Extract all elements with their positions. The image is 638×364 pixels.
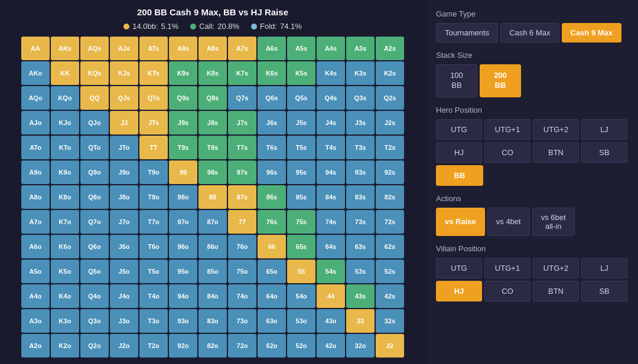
grid-cell-1-12[interactable]: K2s — [376, 61, 404, 85]
grid-cell-5-9[interactable]: 95s — [287, 160, 315, 184]
hero-btn-lj[interactable]: LJ — [581, 119, 627, 140]
grid-cell-3-1[interactable]: KJo — [51, 111, 79, 135]
hero-btn-utg[interactable]: UTG — [436, 119, 482, 140]
grid-cell-6-0[interactable]: A8o — [21, 185, 50, 209]
grid-cell-8-11[interactable]: 63s — [346, 235, 375, 258]
grid-cell-7-9[interactable]: 75s — [287, 210, 315, 234]
grid-cell-12-5[interactable]: 92o — [169, 334, 197, 358]
btn-vs-raise[interactable]: vs Raise — [436, 208, 485, 236]
grid-cell-1-5[interactable]: K9s — [169, 61, 197, 85]
grid-cell-6-4[interactable]: T8o — [139, 185, 168, 209]
hero-btn-utg1[interactable]: UTG+1 — [484, 119, 530, 140]
grid-cell-4-12[interactable]: T2s — [376, 136, 404, 159]
grid-cell-7-12[interactable]: 72s — [376, 210, 404, 234]
grid-cell-12-0[interactable]: A2o — [21, 334, 50, 358]
grid-cell-9-6[interactable]: 85o — [198, 260, 227, 283]
grid-cell-5-12[interactable]: 92s — [376, 160, 404, 184]
grid-cell-7-4[interactable]: T7o — [139, 210, 168, 234]
grid-cell-8-0[interactable]: A6o — [21, 235, 50, 258]
grid-cell-9-2[interactable]: Q5o — [80, 260, 109, 283]
grid-cell-3-4[interactable]: JTs — [139, 111, 168, 135]
villain-btn-lj[interactable]: LJ — [581, 258, 627, 278]
grid-cell-1-10[interactable]: K4s — [317, 61, 345, 85]
grid-cell-7-0[interactable]: A7o — [21, 210, 50, 234]
grid-cell-12-9[interactable]: 52o — [287, 334, 315, 358]
grid-cell-4-8[interactable]: T6s — [258, 136, 286, 159]
grid-cell-6-12[interactable]: 82s — [376, 185, 404, 209]
grid-cell-11-5[interactable]: 93o — [169, 309, 197, 333]
villain-btn-utg1[interactable]: UTG+1 — [484, 258, 530, 278]
btn-vs-6bet[interactable]: vs 6bet all-in — [532, 208, 575, 236]
grid-cell-11-2[interactable]: Q3o — [80, 309, 109, 333]
grid-cell-4-0[interactable]: ATo — [21, 136, 50, 159]
grid-cell-9-7[interactable]: 75o — [228, 260, 256, 283]
grid-cell-10-4[interactable]: T4o — [139, 284, 168, 308]
grid-cell-8-12[interactable]: 62s — [376, 235, 404, 258]
grid-cell-5-4[interactable]: T9o — [139, 160, 168, 184]
grid-cell-3-7[interactable]: J7s — [228, 111, 256, 135]
grid-cell-9-3[interactable]: J5o — [110, 260, 138, 283]
grid-cell-5-1[interactable]: K9o — [51, 160, 79, 184]
grid-cell-2-3[interactable]: QJs — [110, 86, 138, 110]
grid-cell-1-8[interactable]: K6s — [258, 61, 286, 85]
grid-cell-11-12[interactable]: 32s — [376, 309, 404, 333]
grid-cell-3-6[interactable]: J8s — [198, 111, 227, 135]
grid-cell-7-10[interactable]: 74s — [317, 210, 345, 234]
grid-cell-11-7[interactable]: 73o — [228, 309, 256, 333]
grid-cell-7-6[interactable]: 87o — [198, 210, 227, 234]
grid-cell-11-3[interactable]: J3o — [110, 309, 138, 333]
grid-cell-2-7[interactable]: Q7s — [228, 86, 256, 110]
grid-cell-0-7[interactable]: A7s — [228, 37, 256, 60]
villain-btn-btn[interactable]: BTN — [533, 281, 579, 301]
grid-cell-5-0[interactable]: A9o — [21, 160, 50, 184]
grid-cell-6-7[interactable]: 87s — [228, 185, 256, 209]
grid-cell-7-2[interactable]: Q7o — [80, 210, 109, 234]
grid-cell-3-0[interactable]: AJo — [21, 111, 50, 135]
grid-cell-2-5[interactable]: Q9s — [169, 86, 197, 110]
grid-cell-12-4[interactable]: T2o — [139, 334, 168, 358]
grid-cell-10-2[interactable]: Q4o — [80, 284, 109, 308]
grid-cell-12-6[interactable]: 82o — [198, 334, 227, 358]
villain-btn-co[interactable]: CO — [484, 281, 530, 301]
btn-200bb[interactable]: 200BB — [480, 64, 521, 97]
grid-cell-2-6[interactable]: Q8s — [198, 86, 227, 110]
grid-cell-7-11[interactable]: 73s — [346, 210, 375, 234]
grid-cell-4-9[interactable]: T5s — [287, 136, 315, 159]
hero-btn-btn[interactable]: BTN — [533, 142, 579, 163]
grid-cell-11-6[interactable]: 83o — [198, 309, 227, 333]
grid-cell-2-10[interactable]: Q4s — [317, 86, 345, 110]
grid-cell-9-9[interactable]: 55 — [287, 260, 315, 283]
grid-cell-2-4[interactable]: QTs — [139, 86, 168, 110]
grid-cell-3-3[interactable]: JJ — [110, 111, 138, 135]
grid-cell-3-11[interactable]: J3s — [346, 111, 375, 135]
grid-cell-5-3[interactable]: J9o — [110, 160, 138, 184]
grid-cell-11-4[interactable]: T3o — [139, 309, 168, 333]
grid-cell-0-11[interactable]: A3s — [346, 37, 375, 60]
grid-cell-12-3[interactable]: J2o — [110, 334, 138, 358]
grid-cell-5-5[interactable]: 99 — [169, 160, 197, 184]
grid-cell-5-11[interactable]: 93s — [346, 160, 375, 184]
grid-cell-9-4[interactable]: T5o — [139, 260, 168, 283]
grid-cell-8-2[interactable]: Q6o — [80, 235, 109, 258]
grid-cell-12-11[interactable]: 32o — [346, 334, 375, 358]
grid-cell-3-2[interactable]: QJo — [80, 111, 109, 135]
grid-cell-10-12[interactable]: 42s — [376, 284, 404, 308]
grid-cell-2-12[interactable]: Q2s — [376, 86, 404, 110]
grid-cell-0-5[interactable]: A9s — [169, 37, 197, 60]
grid-cell-1-4[interactable]: KTs — [139, 61, 168, 85]
grid-cell-5-2[interactable]: Q9o — [80, 160, 109, 184]
grid-cell-10-3[interactable]: J4o — [110, 284, 138, 308]
grid-cell-8-9[interactable]: 65s — [287, 235, 315, 258]
grid-cell-12-7[interactable]: 72o — [228, 334, 256, 358]
grid-cell-4-1[interactable]: KTo — [51, 136, 79, 159]
grid-cell-10-0[interactable]: A4o — [21, 284, 50, 308]
grid-cell-9-1[interactable]: K5o — [51, 260, 79, 283]
grid-cell-4-10[interactable]: T4s — [317, 136, 345, 159]
grid-cell-2-2[interactable]: QQ — [80, 86, 109, 110]
grid-cell-1-6[interactable]: K8s — [198, 61, 227, 85]
grid-cell-0-1[interactable]: AKs — [51, 37, 79, 60]
btn-vs-4bet[interactable]: vs 4bet — [487, 208, 530, 236]
grid-cell-11-1[interactable]: K3o — [51, 309, 79, 333]
hero-btn-bb[interactable]: BB — [436, 165, 483, 186]
grid-cell-9-8[interactable]: 65o — [258, 260, 286, 283]
